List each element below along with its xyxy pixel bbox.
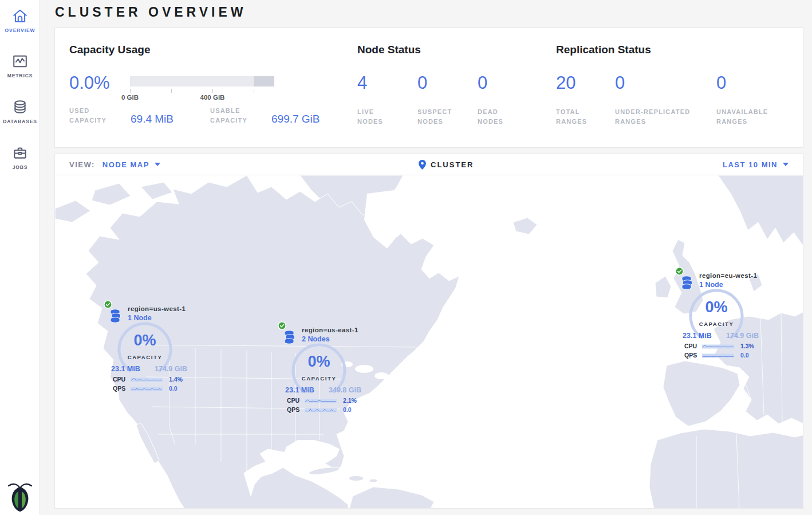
usable-capacity-label: USABLE CAPACITY xyxy=(210,106,271,125)
qps-sparkline xyxy=(131,386,163,391)
time-range-value: LAST 10 MIN xyxy=(723,160,778,169)
qps-sparkline xyxy=(305,407,337,412)
capacity-values: 23.1 MiB 349.8 GiB xyxy=(285,386,361,394)
cpu-row: CPU 1.3% xyxy=(684,343,754,349)
qps-value: 0.0 xyxy=(740,352,749,359)
sidebar-item-label: OVERVIEW xyxy=(0,27,40,33)
view-label: VIEW: xyxy=(69,160,95,169)
usable-capacity-value: 699.7 GiB xyxy=(271,113,351,125)
gauge-capacity-label: CAPACITY xyxy=(277,375,361,382)
gauge-capacity-label: CAPACITY xyxy=(674,321,759,327)
replication-status-section: Replication Status 20 TOTAL RANGES 0 UND… xyxy=(556,28,803,147)
capacity-tick-label: 400 GiB xyxy=(195,94,230,101)
under-replicated-ranges-stat: 0 UNDER-REPLICATED RANGES xyxy=(615,74,716,127)
gauge-percent: 0% xyxy=(674,298,759,316)
qps-row: QPS 0.0 xyxy=(287,406,352,413)
region-total-capacity: 174.9 GiB xyxy=(726,332,759,340)
region-marker-eu-west-1[interactable]: region=eu-west-1 1 Node 0% CAPACITY 23.1… xyxy=(674,267,769,362)
cockroachdb-logo[interactable] xyxy=(7,479,33,512)
total-ranges-stat: 20 TOTAL RANGES xyxy=(556,74,615,127)
live-nodes-label: LIVE NODES xyxy=(357,107,402,127)
used-capacity-value: 69.4 MiB xyxy=(131,113,210,125)
breadcrumb[interactable]: CLUSTER xyxy=(419,160,474,170)
capacity-usage-title: Capacity Usage xyxy=(69,44,357,56)
capacity-bar-reserved-segment xyxy=(254,76,274,87)
live-nodes-value: 4 xyxy=(357,74,417,92)
location-pin-icon xyxy=(419,160,426,170)
capacity-values: 23.1 MiB 174.9 GiB xyxy=(111,365,187,373)
capacity-tick xyxy=(254,89,254,93)
qps-row: QPS 0.0 xyxy=(684,352,749,359)
node-map: region=us-west-1 1 Node 0% CAPACITY 23.1… xyxy=(54,175,803,509)
capacity-tick xyxy=(171,89,172,93)
region-used-capacity: 23.1 MiB xyxy=(111,365,140,373)
capacity-tick-label: 0 GiB xyxy=(113,94,147,101)
suspect-nodes-label: SUSPECT NODES xyxy=(417,107,462,127)
gauge-capacity-label: CAPACITY xyxy=(103,354,187,360)
database-icon xyxy=(12,99,28,115)
metrics-chart-icon xyxy=(12,53,28,69)
region-total-capacity: 349.8 GiB xyxy=(329,386,361,394)
region-used-capacity: 23.1 MiB xyxy=(683,332,712,340)
cpu-label: CPU xyxy=(684,343,702,349)
cpu-sparkline xyxy=(702,344,734,349)
suspect-nodes-stat: 0 SUSPECT NODES xyxy=(417,74,478,127)
capacity-bar: 0 GiB 400 GiB xyxy=(130,76,274,92)
replication-status-title: Replication Status xyxy=(556,44,803,56)
gauge-percent: 0% xyxy=(277,353,361,371)
region-header: region=us-west-1 1 Node xyxy=(103,300,198,323)
sidebar-item-label: JOBS xyxy=(0,164,40,170)
node-status-title: Node Status xyxy=(357,44,556,56)
healthy-check-icon xyxy=(278,321,286,330)
healthy-check-icon xyxy=(675,267,684,276)
region-marker-us-east-1[interactable]: region=us-east-1 2 Nodes 0% CAPACITY 23.… xyxy=(277,321,372,416)
sidebar-item-databases[interactable]: DATABASES xyxy=(0,99,40,124)
qps-value: 0.0 xyxy=(343,406,352,413)
region-marker-us-west-1[interactable]: region=us-west-1 1 Node 0% CAPACITY 23.1… xyxy=(103,300,198,395)
unavailable-ranges-value: 0 xyxy=(716,74,797,92)
home-icon xyxy=(12,8,28,24)
capacity-percent: 0.0% xyxy=(69,74,130,92)
dead-nodes-value: 0 xyxy=(478,74,538,92)
cpu-value: 2.1% xyxy=(343,397,357,404)
sidebar-item-overview[interactable]: OVERVIEW xyxy=(0,8,40,33)
region-name: region=us-east-1 xyxy=(302,327,358,333)
capacity-tick xyxy=(212,89,213,93)
time-range-selector[interactable]: LAST 10 MIN xyxy=(723,160,803,169)
qps-label: QPS xyxy=(684,352,702,359)
cpu-sparkline xyxy=(131,377,163,382)
qps-sparkline xyxy=(702,353,734,358)
sidebar: OVERVIEW METRICS DATABASES xyxy=(0,0,40,515)
region-total-capacity: 174.9 GiB xyxy=(155,365,187,373)
suspect-nodes-value: 0 xyxy=(417,74,478,92)
unavailable-ranges-stat: 0 UNAVAILABLE RANGES xyxy=(716,74,797,127)
region-header: region=us-east-1 2 Nodes xyxy=(277,321,372,344)
capacity-usage-section: Capacity Usage 0.0% 0 GiB 400 GiB USED C… xyxy=(55,28,357,147)
cpu-label: CPU xyxy=(113,376,131,383)
region-header: region=eu-west-1 1 Node xyxy=(674,267,769,290)
live-nodes-stat: 4 LIVE NODES xyxy=(357,74,417,127)
sidebar-item-jobs[interactable]: JOBS xyxy=(0,145,40,170)
qps-label: QPS xyxy=(113,385,131,392)
breadcrumb-cluster: CLUSTER xyxy=(431,160,474,169)
view-value: NODE MAP xyxy=(103,160,149,169)
dead-nodes-stat: 0 DEAD NODES xyxy=(478,74,538,127)
unavailable-ranges-label: UNAVAILABLE RANGES xyxy=(716,107,779,127)
qps-label: QPS xyxy=(287,406,305,413)
sidebar-item-metrics[interactable]: METRICS xyxy=(0,53,40,78)
page-title: CLUSTER OVERVIEW xyxy=(55,5,247,20)
healthy-check-icon xyxy=(104,300,112,309)
cpu-value: 1.3% xyxy=(740,343,754,349)
view-selector[interactable]: VIEW: NODE MAP xyxy=(55,160,160,169)
briefcase-icon xyxy=(12,145,28,161)
region-name: region=eu-west-1 xyxy=(699,272,757,279)
gauge-percent: 0% xyxy=(103,332,187,349)
sidebar-item-label: DATABASES xyxy=(0,119,40,124)
map-view-bar: VIEW: NODE MAP CLUSTER LAST 10 MIN xyxy=(54,154,803,175)
chevron-down-icon xyxy=(155,163,160,166)
under-replicated-ranges-label: UNDER-REPLICATED RANGES xyxy=(615,107,707,127)
total-ranges-label: TOTAL RANGES xyxy=(556,107,602,127)
capacity-bar-track xyxy=(130,76,274,87)
cluster-summary-card: Capacity Usage 0.0% 0 GiB 400 GiB USED C… xyxy=(54,27,803,148)
region-name: region=us-west-1 xyxy=(128,305,186,312)
